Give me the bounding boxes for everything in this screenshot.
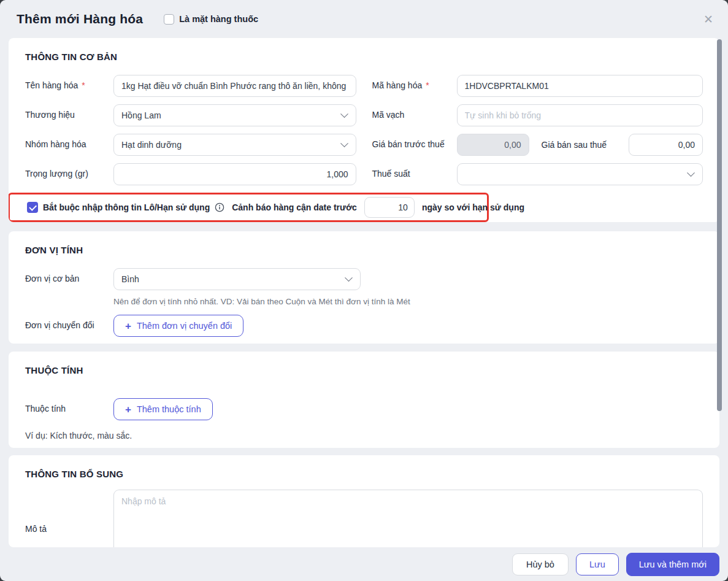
product-code-field: Mã hàng hóa * bbox=[372, 75, 703, 97]
lot-required-label: Bắt buộc nhập thông tin Lô/Hạn sử dụng bbox=[43, 202, 210, 212]
price-before-label: Giá bán trước thuế bbox=[372, 139, 457, 150]
base-unit-value: Bình bbox=[121, 274, 346, 284]
add-product-modal: Thêm mới Hàng hóa Là mặt hàng thuốc ✕ TH… bbox=[0, 0, 728, 581]
product-name-input[interactable] bbox=[113, 75, 356, 97]
basic-info-form: Tên hàng hóa * Mã hàng hóa * Thương hiệu… bbox=[25, 75, 703, 222]
conversion-unit-field: Đơn vị chuyển đổi + Thêm đơn vị chuyển đ… bbox=[25, 315, 703, 337]
tax-field: Thuế suất bbox=[372, 163, 703, 185]
brand-label: Thương hiệu bbox=[25, 110, 113, 121]
brand-value: Hồng Lam bbox=[121, 110, 342, 120]
checkbox-unchecked-icon[interactable] bbox=[164, 14, 174, 25]
brand-field: Thương hiệu Hồng Lam bbox=[25, 104, 356, 126]
warn-suffix-text: ngày so với hạn sử dụng bbox=[422, 202, 524, 212]
barcode-field: Mã vạch bbox=[372, 104, 703, 126]
price-after-label: Giá bán sau thuế bbox=[542, 140, 607, 150]
attribute-label: Thuộc tính bbox=[25, 404, 113, 415]
add-attribute-label: Thêm thuộc tính bbox=[137, 404, 201, 414]
description-field: Mô tả bbox=[25, 490, 703, 547]
product-code-input[interactable] bbox=[457, 75, 703, 97]
add-conversion-unit-button[interactable]: + Thêm đơn vị chuyển đổi bbox=[113, 315, 243, 337]
attribute-example-text: Ví dụ: Kích thước, màu sắc. bbox=[25, 430, 703, 441]
chevron-down-icon bbox=[345, 274, 353, 282]
warn-prefix-text: Cảnh báo hàng cận date trước bbox=[232, 202, 357, 212]
weight-label: Trọng lượng (gr) bbox=[25, 169, 113, 180]
base-unit-field: Đơn vị cơ bản Bình bbox=[25, 268, 703, 290]
base-unit-label: Đơn vị cơ bản bbox=[25, 274, 113, 285]
modal-title: Thêm mới Hàng hóa bbox=[17, 12, 143, 26]
required-mark: * bbox=[82, 80, 85, 90]
product-name-field: Tên hàng hóa * bbox=[25, 75, 356, 97]
info-icon[interactable] bbox=[215, 202, 224, 212]
save-button[interactable]: Lưu bbox=[576, 553, 619, 575]
lot-required-checkbox[interactable] bbox=[27, 202, 38, 213]
add-conversion-unit-label: Thêm đơn vị chuyển đổi bbox=[137, 321, 232, 331]
unit-section: ĐƠN VỊ TÍNH Đơn vị cơ bản Bình Nên để đơ… bbox=[9, 231, 719, 344]
red-annotation-box: Bắt buộc nhập thông tin Lô/Hạn sử dụng C… bbox=[9, 193, 489, 222]
attribute-field: Thuộc tính + Thêm thuộc tính bbox=[25, 398, 703, 420]
lot-expiry-row: Bắt buộc nhập thông tin Lô/Hạn sử dụng C… bbox=[25, 193, 703, 222]
chevron-down-icon bbox=[340, 139, 348, 147]
brand-select[interactable]: Hồng Lam bbox=[113, 104, 356, 126]
modal-header: Thêm mới Hàng hóa Là mặt hàng thuốc ✕ bbox=[0, 0, 728, 38]
barcode-input[interactable] bbox=[457, 104, 703, 126]
is-drug-label: Là mặt hàng thuốc bbox=[179, 14, 258, 24]
scrollbar[interactable] bbox=[717, 39, 722, 411]
additional-info-title: THÔNG TIN BỔ SUNG bbox=[25, 469, 703, 480]
warn-days-input[interactable] bbox=[364, 197, 415, 218]
is-drug-checkbox[interactable]: Là mặt hàng thuốc bbox=[164, 14, 258, 25]
save-and-new-button[interactable]: Lưu và thêm mới bbox=[626, 553, 719, 576]
add-attribute-button[interactable]: + Thêm thuộc tính bbox=[113, 398, 213, 420]
basic-info-section: THÔNG TIN CƠ BẢN Tên hàng hóa * Mã hàng … bbox=[9, 38, 719, 222]
weight-field: Trọng lượng (gr) bbox=[25, 163, 356, 185]
group-select[interactable]: Hạt dinh dưỡng bbox=[113, 134, 356, 156]
group-value: Hạt dinh dưỡng bbox=[121, 140, 342, 150]
attributes-section-title: THUỘC TÍNH bbox=[25, 365, 703, 376]
group-field: Nhóm hàng hóa Hạt dinh dưỡng bbox=[25, 134, 356, 156]
unit-hint-text: Nên để đơn vị tính nhỏ nhất. VD: Vải bán… bbox=[113, 296, 703, 307]
conversion-unit-label: Đơn vị chuyển đổi bbox=[25, 320, 113, 331]
cancel-button[interactable]: Hủy bỏ bbox=[512, 553, 569, 575]
close-icon[interactable]: ✕ bbox=[701, 11, 716, 28]
basic-info-title: THÔNG TIN CƠ BẢN bbox=[25, 52, 703, 63]
price-before-input bbox=[457, 134, 529, 156]
chevron-down-icon bbox=[687, 169, 695, 177]
required-mark: * bbox=[426, 80, 429, 90]
unit-section-title: ĐƠN VỊ TÍNH bbox=[25, 245, 703, 256]
price-after-input[interactable] bbox=[629, 134, 703, 156]
tax-select[interactable] bbox=[457, 163, 703, 185]
price-field: Giá bán trước thuế Giá bán sau thuế bbox=[372, 134, 703, 156]
product-name-label: Tên hàng hóa bbox=[25, 80, 78, 90]
attributes-section: THUỘC TÍNH Thuộc tính + Thêm thuộc tính … bbox=[9, 352, 719, 448]
plus-icon: + bbox=[125, 321, 131, 331]
weight-input[interactable] bbox=[113, 163, 356, 185]
description-textarea[interactable] bbox=[113, 490, 703, 547]
additional-info-section: THÔNG TIN BỔ SUNG Mô tả bbox=[9, 455, 719, 547]
tax-label: Thuế suất bbox=[372, 169, 457, 180]
base-unit-select[interactable]: Bình bbox=[113, 268, 361, 290]
barcode-label: Mã vạch bbox=[372, 110, 457, 121]
modal-footer: Hủy bỏ Lưu Lưu và thêm mới bbox=[0, 547, 728, 581]
chevron-down-icon bbox=[340, 110, 348, 118]
plus-icon: + bbox=[125, 404, 131, 415]
product-code-label: Mã hàng hóa bbox=[372, 80, 423, 90]
modal-content: THÔNG TIN CƠ BẢN Tên hàng hóa * Mã hàng … bbox=[0, 38, 728, 547]
group-label: Nhóm hàng hóa bbox=[25, 139, 113, 150]
description-label: Mô tả bbox=[25, 524, 113, 535]
